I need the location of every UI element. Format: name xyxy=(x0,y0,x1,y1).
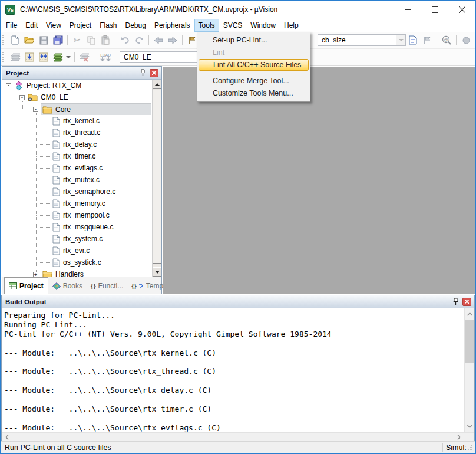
scroll-down-button[interactable] xyxy=(465,422,474,431)
redo-button[interactable] xyxy=(132,33,146,47)
tree-item-file[interactable]: rtx_timer.c xyxy=(2,150,161,162)
tree-item-file[interactable]: rtx_mempool.c xyxy=(2,209,161,221)
batch-build-button[interactable] xyxy=(51,50,65,64)
tree-item-target[interactable]: - CM0_LE xyxy=(2,91,161,103)
open-file-button[interactable] xyxy=(22,33,37,47)
copy-icon xyxy=(87,36,95,45)
translate-button[interactable] xyxy=(8,50,22,64)
batch-build-dropdown[interactable] xyxy=(65,50,72,64)
menu-view[interactable]: View xyxy=(42,19,65,32)
paste-icon xyxy=(101,35,110,45)
menu-flash[interactable]: Flash xyxy=(95,19,121,32)
find-combo-dropdown[interactable] xyxy=(396,35,405,45)
tree-item-file[interactable]: rtx_semaphore.c xyxy=(2,186,161,198)
project-panel-title: Project xyxy=(6,70,29,77)
menu-edit[interactable]: Edit xyxy=(21,19,42,32)
save-all-button[interactable] xyxy=(51,33,65,47)
new-file-button[interactable] xyxy=(8,33,22,47)
tree-item-file[interactable]: rtx_evr.c xyxy=(2,245,161,256)
project-pin-button[interactable] xyxy=(138,68,147,78)
build-button[interactable] xyxy=(22,50,37,64)
toolbar-drag-handle[interactable] xyxy=(2,52,6,62)
tree-item-file[interactable]: rtx_mutex.c xyxy=(2,174,161,186)
tree-item-file[interactable]: rtx_kernel.c xyxy=(2,115,161,127)
scrollbar-thumb[interactable] xyxy=(153,90,161,264)
menu-item-setup-pc-lint[interactable]: Set-up PC-Lint... xyxy=(197,34,310,47)
debug-led-button[interactable] xyxy=(459,33,473,47)
menu-file[interactable]: File xyxy=(2,19,21,32)
navigate-back-button[interactable] xyxy=(151,33,166,47)
tree-item-project-root[interactable]: - Project: RTX_CM xyxy=(2,80,161,91)
menu-item-configure-merge-tool[interactable]: Configure Merge Tool... xyxy=(197,75,310,87)
expand-expander-icon[interactable]: + xyxy=(33,272,38,277)
resize-grip-icon[interactable] xyxy=(467,444,474,451)
scroll-down-button[interactable] xyxy=(153,267,161,277)
collapse-expander-icon[interactable]: - xyxy=(6,83,11,88)
close-button[interactable] xyxy=(448,1,475,18)
tab-books[interactable]: ? Books xyxy=(48,278,87,294)
menu-svcs[interactable]: SVCS xyxy=(219,19,247,32)
tree-item-file[interactable]: rtx_evflags.c xyxy=(2,162,161,174)
menu-item-lint-all[interactable]: Lint All C/C++ Source Files xyxy=(199,59,309,71)
tree-item-file[interactable]: rtx_memory.c xyxy=(2,198,161,209)
cut-button[interactable]: ✂ xyxy=(70,33,84,47)
search-button[interactable]: @ xyxy=(439,33,454,47)
copy-button[interactable] xyxy=(84,33,98,47)
build-output-vscrollbar[interactable] xyxy=(464,308,474,432)
build-output-line xyxy=(4,339,462,348)
navigate-forward-button[interactable] xyxy=(166,33,180,47)
toolbar-separator xyxy=(115,35,115,45)
tree-file-label: rtx_mempool.c xyxy=(63,211,110,219)
rebuild-button[interactable] xyxy=(37,50,51,64)
scroll-right-button[interactable] xyxy=(454,433,464,441)
target-select-value: CM0_LE xyxy=(120,53,200,61)
download-to-flash-button[interactable]: LOAD xyxy=(97,50,114,64)
tree-item-file[interactable]: os_systick.c xyxy=(2,256,161,268)
collapse-expander-icon[interactable]: - xyxy=(19,95,25,100)
find-combo[interactable]: cb_size xyxy=(318,34,406,46)
scroll-up-button[interactable] xyxy=(153,80,161,89)
undo-button[interactable] xyxy=(118,33,132,47)
tab-functions[interactable]: {} Functi... xyxy=(87,278,127,294)
tree-item-file[interactable]: rtx_delay.c xyxy=(2,139,161,150)
tree-item-group-core[interactable]: - Core xyxy=(2,103,161,115)
scroll-left-button[interactable] xyxy=(2,433,12,441)
menu-debug[interactable]: Debug xyxy=(121,19,150,32)
flag-button[interactable] xyxy=(420,33,434,47)
tree-file-label: rtx_mutex.c xyxy=(63,176,100,184)
scroll-up-button[interactable] xyxy=(465,310,474,319)
tree-item-file[interactable]: rtx_thread.c xyxy=(2,127,161,139)
tab-project[interactable]: Project xyxy=(4,277,48,294)
tree-item-group-handlers[interactable]: + Handlers xyxy=(2,268,161,277)
find-in-files-button[interactable] xyxy=(406,33,420,47)
menu-project[interactable]: Project xyxy=(65,19,95,32)
menu-peripherals[interactable]: Peripherals xyxy=(150,19,194,32)
build-output-hscrollbar[interactable] xyxy=(2,432,474,441)
toolbar-drag-handle[interactable] xyxy=(2,35,6,45)
selected-row-highlight[interactable]: Core xyxy=(41,103,151,115)
books-tab-icon: ? xyxy=(52,282,61,290)
project-close-button[interactable] xyxy=(150,69,158,77)
tree-item-file[interactable]: rtx_system.c xyxy=(2,233,161,245)
project-tree-scrollbar[interactable] xyxy=(152,80,161,277)
open-folder-icon xyxy=(24,36,35,44)
menu-item-customize-tools-menu[interactable]: Customize Tools Menu... xyxy=(197,87,310,100)
build-output-line: --- Module: ..\..\..\Source\rtx_kernel.c… xyxy=(4,348,462,358)
menu-window[interactable]: Window xyxy=(246,19,280,32)
build-output-pin-button[interactable] xyxy=(451,297,460,307)
paste-button[interactable] xyxy=(98,33,113,47)
tools-menu: Set-up PC-Lint... Lint Lint All C/C++ So… xyxy=(197,32,310,102)
project-tree: - Project: RTX_CM - CM0_LE - xyxy=(2,80,161,277)
braces-icon: {} xyxy=(91,282,96,289)
scrollbar-thumb[interactable] xyxy=(465,320,474,363)
minimize-button[interactable] xyxy=(394,1,421,18)
collapse-expander-icon[interactable]: - xyxy=(33,107,38,112)
menu-tools[interactable]: Tools xyxy=(194,19,219,32)
tree-item-file[interactable]: rtx_msgqueue.c xyxy=(2,221,161,233)
menu-help[interactable]: Help xyxy=(280,19,303,32)
maximize-button[interactable] xyxy=(421,1,448,18)
find-in-files-icon xyxy=(409,35,417,45)
stop-build-button[interactable] xyxy=(77,50,91,64)
save-button[interactable] xyxy=(37,33,51,47)
build-output-close-button[interactable] xyxy=(462,298,471,306)
